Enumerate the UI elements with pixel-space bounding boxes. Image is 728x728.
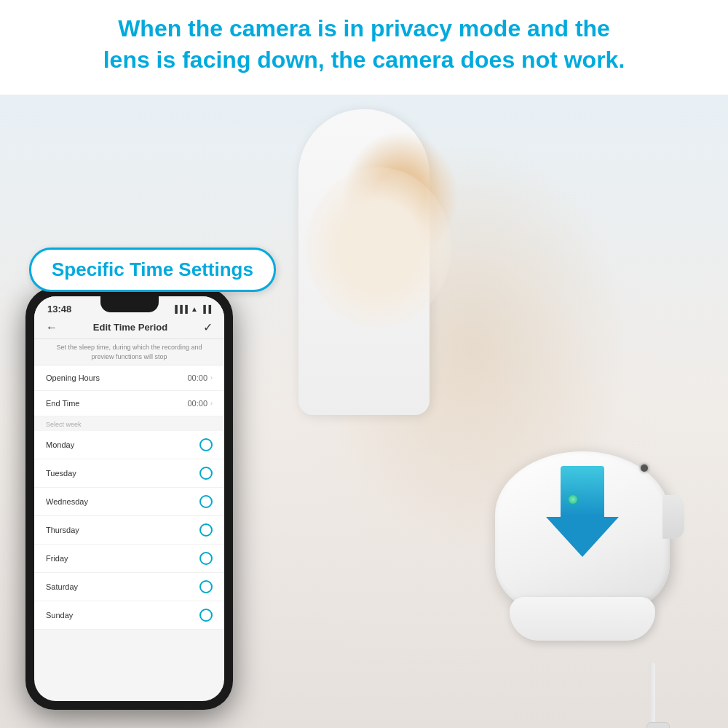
camera-device xyxy=(488,451,706,699)
day-label-monday: Monday xyxy=(46,440,74,449)
day-row-thursday[interactable]: Thursday xyxy=(34,516,224,545)
arrow-shaft xyxy=(561,466,604,517)
day-label-wednesday: Wednesday xyxy=(46,497,88,506)
header-line2: lens is facing down, the camera does not… xyxy=(103,47,625,73)
opening-hours-value-container: 00:00 › xyxy=(187,373,213,382)
opening-hours-value: 00:00 xyxy=(187,373,207,382)
camera-wrapper xyxy=(488,451,677,670)
status-icons: ▐▐▐ ▲ ▐▐ xyxy=(173,305,211,313)
end-time-label: End Time xyxy=(46,399,79,408)
arrow-wrapper xyxy=(546,466,619,557)
signal-icon: ▐▐▐ xyxy=(173,305,188,313)
day-row-tuesday[interactable]: Tuesday xyxy=(34,459,224,488)
battery-icon: ▐▐ xyxy=(201,305,211,313)
day-row-wednesday[interactable]: Wednesday xyxy=(34,488,224,516)
end-time-value: 00:00 xyxy=(187,399,207,408)
day-circle-wednesday[interactable] xyxy=(199,495,213,508)
header-line1: When the camera is in privacy mode and t… xyxy=(118,15,610,41)
day-label-thursday: Thursday xyxy=(46,526,79,534)
camera-base xyxy=(510,597,655,641)
header-text: When the camera is in privacy mode and t… xyxy=(0,13,728,76)
day-circle-tuesday[interactable] xyxy=(199,467,213,480)
camera-wing-right xyxy=(662,495,684,539)
back-button[interactable]: ← xyxy=(46,321,58,334)
camera-body xyxy=(495,451,670,612)
day-circle-friday[interactable] xyxy=(199,552,213,565)
settings-list: Opening Hours 00:00 › End Time 00:00 › xyxy=(34,365,224,416)
app-subtitle: Set the sleep time, during which the rec… xyxy=(34,339,224,365)
baby-body xyxy=(306,167,451,328)
opening-hours-row[interactable]: Opening Hours 00:00 › xyxy=(34,365,224,391)
camera-lens xyxy=(641,464,648,472)
day-label-tuesday: Tuesday xyxy=(46,469,76,478)
day-circle-monday[interactable] xyxy=(199,438,213,451)
badge-container: Specific Time Settings xyxy=(29,248,276,292)
end-time-row[interactable]: End Time 00:00 › xyxy=(34,391,224,416)
wifi-icon: ▲ xyxy=(191,305,198,313)
opening-hours-label: Opening Hours xyxy=(46,373,100,382)
status-time: 13:48 xyxy=(47,304,71,314)
opening-hours-chevron: › xyxy=(210,374,213,381)
day-label-friday: Friday xyxy=(46,554,68,563)
app-header: ← Edit Time Period ✓ xyxy=(34,317,224,339)
day-label-sunday: Sunday xyxy=(46,611,73,620)
day-label-saturday: Saturday xyxy=(46,582,78,591)
select-week-label: Select week xyxy=(34,416,224,431)
day-row-sunday[interactable]: Sunday xyxy=(34,601,224,630)
phone-notch xyxy=(100,296,159,312)
arrow-head xyxy=(546,517,619,557)
day-row-friday[interactable]: Friday xyxy=(34,545,224,573)
end-time-chevron: › xyxy=(210,400,213,407)
end-time-value-container: 00:00 › xyxy=(187,399,213,408)
check-button[interactable]: ✓ xyxy=(203,320,213,334)
phone-outer: 13:48 ▐▐▐ ▲ ▐▐ ← Edit Time Period ✓ Set … xyxy=(25,288,233,710)
camera-indicator xyxy=(569,495,577,504)
day-row-monday[interactable]: Monday xyxy=(34,431,224,459)
power-brick xyxy=(646,722,670,728)
camera-cord xyxy=(649,662,655,728)
app-title: Edit Time Period xyxy=(93,322,167,333)
day-circle-saturday[interactable] xyxy=(199,580,213,593)
specific-time-settings-badge: Specific Time Settings xyxy=(29,248,276,292)
days-list: Monday Tuesday Wednesday Thursday Friday xyxy=(34,431,224,630)
day-circle-sunday[interactable] xyxy=(199,609,213,622)
day-circle-thursday[interactable] xyxy=(199,523,213,537)
phone-screen: 13:48 ▐▐▐ ▲ ▐▐ ← Edit Time Period ✓ Set … xyxy=(34,296,224,701)
day-row-saturday[interactable]: Saturday xyxy=(34,573,224,601)
phone-mockup: 13:48 ▐▐▐ ▲ ▐▐ ← Edit Time Period ✓ Set … xyxy=(25,288,233,710)
